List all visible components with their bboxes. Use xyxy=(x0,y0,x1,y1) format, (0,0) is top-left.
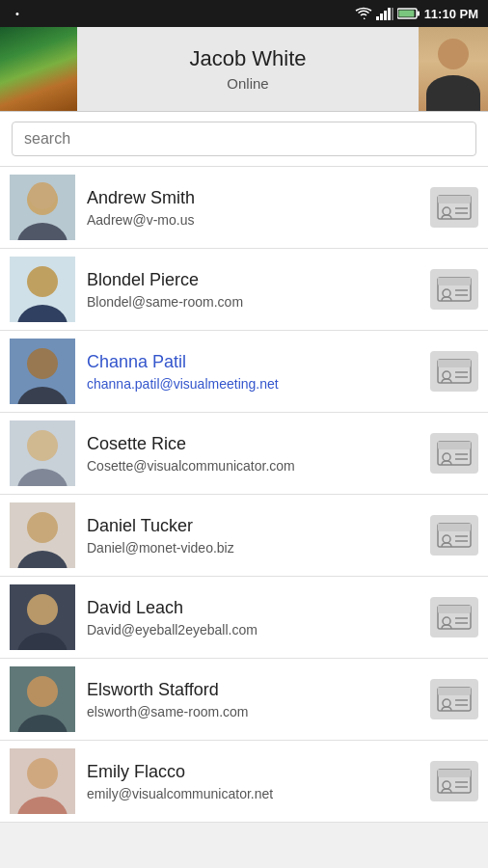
contact-card-button-david-leach[interactable] xyxy=(430,597,478,637)
svg-rect-49 xyxy=(438,524,471,529)
contact-card-icon-elsworth-stafford xyxy=(437,686,472,713)
svg-point-54 xyxy=(27,594,58,625)
header-user-info: Jacob White Online xyxy=(77,46,419,92)
svg-point-41 xyxy=(443,453,450,461)
contact-name-blondel-pierce: Blondel Pierce xyxy=(87,270,422,290)
svg-point-32 xyxy=(443,371,450,379)
contact-name-david-leach: David Leach xyxy=(87,598,422,618)
header-user-status: Online xyxy=(92,75,404,92)
contact-card-button-channa-patil[interactable] xyxy=(430,351,478,392)
contact-avatar-daniel-tucker xyxy=(10,502,75,568)
app-header: Jacob White Online xyxy=(0,27,488,112)
svg-rect-3 xyxy=(388,8,391,20)
contact-list: Andrew Smith Aadrew@v-mo.us xyxy=(0,167,488,823)
svg-point-59 xyxy=(443,617,450,625)
contact-info-elsworth-stafford: Elsworth Stafford elsworth@same-room.com xyxy=(87,680,422,719)
contact-card-icon-david-leach xyxy=(437,604,472,631)
svg-rect-4 xyxy=(392,8,393,20)
notification-area: • xyxy=(15,8,19,19)
svg-point-14 xyxy=(443,207,450,215)
header-background-image xyxy=(0,27,77,112)
contact-card-button-emily-flacco[interactable] xyxy=(430,761,478,801)
svg-rect-2 xyxy=(384,11,387,20)
svg-rect-13 xyxy=(438,196,471,202)
contact-email-channa-patil: channa.patil@visualmeeting.net xyxy=(87,376,422,392)
svg-point-63 xyxy=(27,676,58,707)
contact-info-daniel-tucker: Daniel Tucker Daniel@monet-video.biz xyxy=(87,516,422,556)
svg-point-45 xyxy=(27,512,58,543)
contact-email-david-leach: David@eyeball2eyeball.com xyxy=(87,622,422,637)
contact-item-daniel-tucker[interactable]: Daniel Tucker Daniel@monet-video.biz xyxy=(0,495,488,577)
contact-email-emily-flacco: emily@visualcommunicator.net xyxy=(87,786,422,801)
svg-rect-7 xyxy=(398,11,414,17)
svg-point-18 xyxy=(27,266,58,297)
search-input[interactable] xyxy=(12,122,476,156)
contact-name-daniel-tucker: Daniel Tucker xyxy=(87,516,422,536)
contact-info-andrew-smith: Andrew Smith Aadrew@v-mo.us xyxy=(87,188,422,228)
contact-info-emily-flacco: Emily Flacco emily@visualcommunicator.ne… xyxy=(87,762,422,801)
svg-point-68 xyxy=(443,699,450,707)
contact-info-channa-patil: Channa Patil channa.patil@visualmeeting.… xyxy=(87,352,422,392)
svg-rect-58 xyxy=(438,606,471,611)
contact-name-channa-patil: Channa Patil xyxy=(87,352,422,372)
contact-item-david-leach[interactable]: David Leach David@eyeball2eyeball.com xyxy=(0,577,488,659)
header-avatar-image xyxy=(419,27,488,112)
contact-avatar-cosette-rice xyxy=(10,420,75,486)
contact-avatar-david-leach xyxy=(10,584,75,650)
status-bar-content: • 11:10 PM xyxy=(10,7,478,21)
contact-card-button-elsworth-stafford[interactable] xyxy=(430,679,478,719)
contact-email-cosette-rice: Cosette@visualcommunicator.com xyxy=(87,458,422,474)
svg-point-27 xyxy=(27,348,58,379)
contact-name-andrew-smith: Andrew Smith xyxy=(87,188,422,208)
svg-rect-1 xyxy=(380,14,383,20)
contact-avatar-channa-patil xyxy=(10,339,75,404)
search-container xyxy=(0,112,488,167)
status-time: 11:10 PM xyxy=(424,7,478,21)
svg-rect-6 xyxy=(417,12,420,16)
contact-name-cosette-rice: Cosette Rice xyxy=(87,434,422,454)
svg-rect-0 xyxy=(376,16,379,20)
contact-item-andrew-smith[interactable]: Andrew Smith Aadrew@v-mo.us xyxy=(0,167,488,249)
wifi-icon xyxy=(355,7,372,20)
contact-avatar-emily-flacco xyxy=(10,748,75,814)
contact-item-blondel-pierce[interactable]: Blondel Pierce Blondel@same-room.com xyxy=(0,249,488,331)
svg-rect-22 xyxy=(438,278,471,284)
contact-card-button-andrew-smith[interactable] xyxy=(430,187,478,228)
contact-card-icon-cosette-rice xyxy=(437,440,472,467)
contact-card-button-cosette-rice[interactable] xyxy=(430,433,478,474)
contact-card-icon-daniel-tucker xyxy=(437,522,472,549)
svg-rect-76 xyxy=(438,770,471,775)
contact-name-emily-flacco: Emily Flacco xyxy=(87,762,422,782)
contact-avatar-elsworth-stafford xyxy=(10,666,75,732)
svg-point-9 xyxy=(27,184,58,215)
svg-rect-40 xyxy=(438,442,471,448)
contact-card-icon-blondel-pierce xyxy=(437,276,472,303)
contact-email-andrew-smith: Aadrew@v-mo.us xyxy=(87,212,422,228)
battery-icon xyxy=(397,7,420,20)
status-bar: • 11:10 PM xyxy=(0,0,488,27)
contact-item-elsworth-stafford[interactable]: Elsworth Stafford elsworth@same-room.com xyxy=(0,659,488,741)
contact-avatar-andrew-smith xyxy=(10,175,75,240)
svg-point-77 xyxy=(443,781,450,789)
contact-item-emily-flacco[interactable]: Emily Flacco emily@visualcommunicator.ne… xyxy=(0,741,488,823)
contact-info-david-leach: David Leach David@eyeball2eyeball.com xyxy=(87,598,422,637)
svg-point-50 xyxy=(443,535,450,543)
svg-rect-31 xyxy=(438,360,471,366)
contact-info-cosette-rice: Cosette Rice Cosette@visualcommunicator.… xyxy=(87,434,422,474)
contact-card-button-daniel-tucker[interactable] xyxy=(430,515,478,556)
contact-avatar-blondel-pierce xyxy=(10,257,75,322)
svg-point-36 xyxy=(27,430,58,461)
contact-email-daniel-tucker: Daniel@monet-video.biz xyxy=(87,540,422,556)
svg-point-72 xyxy=(27,758,58,789)
contact-item-channa-patil[interactable]: Channa Patil channa.patil@visualmeeting.… xyxy=(0,331,488,413)
svg-rect-67 xyxy=(438,688,471,693)
header-user-name: Jacob White xyxy=(92,46,404,71)
header-avatar xyxy=(419,27,488,112)
contact-card-button-blondel-pierce[interactable] xyxy=(430,269,478,310)
contact-item-cosette-rice[interactable]: Cosette Rice Cosette@visualcommunicator.… xyxy=(0,413,488,495)
svg-point-23 xyxy=(443,289,450,297)
contact-card-icon-channa-patil xyxy=(437,358,472,385)
contact-email-blondel-pierce: Blondel@same-room.com xyxy=(87,294,422,310)
contact-info-blondel-pierce: Blondel Pierce Blondel@same-room.com xyxy=(87,270,422,310)
contact-name-elsworth-stafford: Elsworth Stafford xyxy=(87,680,422,700)
